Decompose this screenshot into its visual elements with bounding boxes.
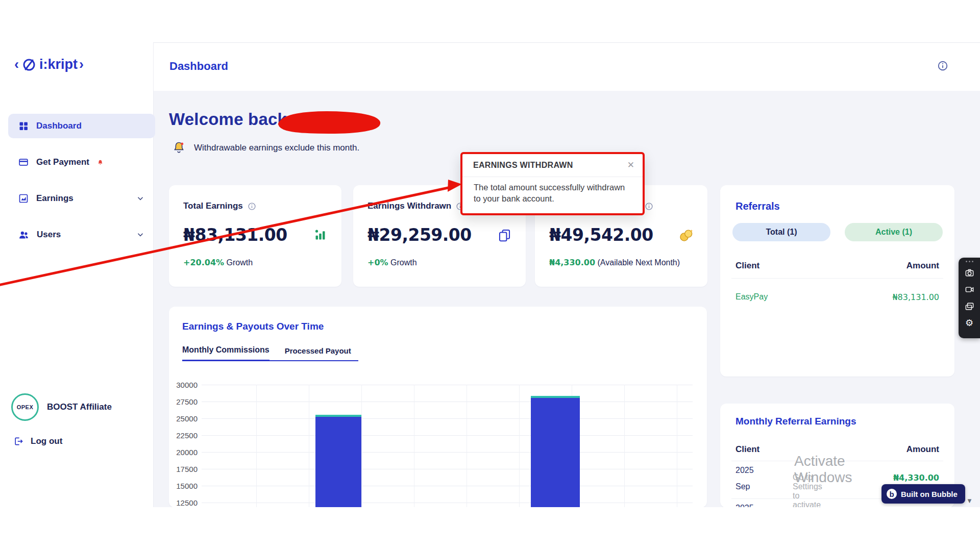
v-gridline <box>256 385 257 508</box>
v-gridline <box>519 385 520 508</box>
info-icon[interactable] <box>645 202 653 211</box>
withdrawable-notice: Withdrawable earnings exclude this month… <box>172 141 359 155</box>
v-gridline <box>309 385 309 508</box>
welcome-title: Welcome back, <box>169 110 291 129</box>
chevron-down-icon[interactable] <box>136 230 145 239</box>
chevron-down-icon[interactable] <box>136 194 145 203</box>
sidebar-item-label: Users <box>37 230 61 240</box>
sidebar-item-earnings[interactable]: Earnings <box>8 186 155 211</box>
monthly-row-amount: ₦4,330.00 <box>893 473 939 483</box>
y-tick-label: 12500 <box>169 498 198 507</box>
opex-logo: OPEX <box>11 393 39 421</box>
main-header: Dashboard <box>154 43 980 91</box>
page-title: Dashboard <box>169 60 228 73</box>
v-gridline <box>361 385 362 508</box>
tooltip-title-row: EARNINGS WITHDRAWN ✕ <box>462 154 643 177</box>
stat-value: ₦29,259.00 <box>368 225 472 245</box>
bubble-label: Built on Bubble <box>901 490 958 498</box>
tab-processed-payout[interactable]: Processed Payout <box>285 346 351 360</box>
dashboard-grid-icon <box>18 121 29 131</box>
pill-total[interactable]: Total (1) <box>732 223 830 241</box>
referrals-title: Referrals <box>736 201 780 212</box>
chart-plot <box>202 385 693 508</box>
y-tick-label: 20000 <box>169 448 198 457</box>
chart-bar[interactable] <box>531 396 580 508</box>
close-icon[interactable]: ✕ <box>627 160 634 170</box>
windows-overlap-icon[interactable] <box>963 299 976 313</box>
built-on-bubble-badge[interactable]: b Built on Bubble <box>881 484 965 504</box>
growth-chart-icon <box>313 228 327 242</box>
credit-card-icon <box>18 157 29 167</box>
header-info-icon[interactable] <box>937 60 948 71</box>
v-gridline <box>624 385 625 508</box>
payment-alert-icon <box>97 159 104 166</box>
h-gridline <box>202 469 693 469</box>
referral-client: EasyPay <box>736 292 768 302</box>
earnings-chart-icon <box>18 193 29 204</box>
y-tick-label: 15000 <box>169 482 198 490</box>
y-tick-label: 30000 <box>169 381 198 389</box>
logo-o-slash-icon <box>21 57 37 72</box>
stat-card-total-earnings: Total Earnings ₦83,131.00 +20.04% Grow <box>169 185 341 287</box>
v-gridline <box>677 385 677 508</box>
stat-label: Total Earnings <box>183 201 243 211</box>
tooltip-body: The total amount successfully withdrawn … <box>462 177 638 205</box>
chart-title: Earnings & Payouts Over Time <box>182 321 324 332</box>
h-gridline <box>202 385 693 385</box>
video-camera-icon[interactable] <box>963 283 976 296</box>
referrals-table-header: Client Amount <box>736 261 939 271</box>
ikript-logo: ‹ i:kript › <box>14 57 84 72</box>
stat-growth: ₦4,330.00 (Available Next Month) <box>549 258 693 267</box>
scrollbar-down-arrow[interactable]: ▼ <box>966 497 973 505</box>
sidebar-item-label: Get Payment <box>36 157 89 167</box>
bell-icon <box>172 141 186 155</box>
sidebar-item-dashboard[interactable]: Dashboard <box>8 114 155 138</box>
chart-y-axis: 3000027500250002250020000175001500012500 <box>169 385 198 507</box>
copy-pages-icon <box>498 228 511 242</box>
tooltip-title: EARNINGS WITHDRAWN <box>473 161 573 170</box>
logout-button[interactable]: Log out <box>13 436 62 446</box>
info-icon[interactable] <box>248 202 256 211</box>
earnings-withdrawn-tooltip: EARNINGS WITHDRAWN ✕ The total amount su… <box>460 152 645 215</box>
stat-value: ₦49,542.00 <box>549 225 653 245</box>
tab-monthly-commissions[interactable]: Monthly Commissions <box>182 345 270 361</box>
pill-active[interactable]: Active (1) <box>845 223 943 241</box>
camera-icon[interactable] <box>963 266 976 279</box>
toolbar-handle[interactable] <box>966 261 973 262</box>
chart-bar[interactable] <box>315 415 361 508</box>
bubble-logo-icon: b <box>887 489 897 499</box>
floating-capture-toolbar: ⚙ <box>959 258 980 338</box>
stat-label: Earnings Withdrawn <box>368 201 451 211</box>
h-gridline <box>202 503 693 503</box>
y-tick-label: 25000 <box>169 414 198 423</box>
sidebar-item-users[interactable]: Users <box>8 222 155 247</box>
earnings-payouts-chart-card: Earnings & Payouts Over Time Monthly Com… <box>169 307 707 508</box>
referrals-card: Referrals Total (1) Active (1) Client Am… <box>720 185 954 377</box>
h-gridline <box>202 452 693 453</box>
col-client: Client <box>736 261 760 271</box>
col-amount: Amount <box>906 444 939 455</box>
logo-text: i:kript <box>39 57 78 72</box>
y-tick-label: 27500 <box>169 397 198 406</box>
monthly-title: Monthly Referral Earnings <box>736 416 856 427</box>
divider <box>731 461 943 461</box>
monthly-row-year: 2025 <box>736 466 754 475</box>
affiliate-label: BOOST Affiliate <box>47 402 112 412</box>
notice-text: Withdrawable earnings exclude this month… <box>194 143 359 153</box>
gear-icon[interactable]: ⚙ <box>963 316 976 330</box>
logout-label: Log out <box>31 436 62 446</box>
browser-top-strip <box>0 0 980 43</box>
sidebar-item-label: Earnings <box>36 193 74 204</box>
h-gridline <box>202 486 693 486</box>
v-gridline <box>467 385 467 508</box>
main-content: Dashboard Welcome back, Withdrawable ear… <box>154 43 980 507</box>
boost-affiliate[interactable]: OPEX BOOST Affiliate <box>11 393 112 421</box>
coins-icon <box>679 228 693 242</box>
h-gridline <box>202 418 693 419</box>
sidebar-item-get-payment[interactable]: Get Payment <box>8 150 155 174</box>
referral-row[interactable]: EasyPay ₦83,131.00 <box>736 292 939 302</box>
chart-tabs: Monthly Commissions Processed Payout <box>182 345 358 361</box>
stat-value: ₦83,131.00 <box>183 225 287 245</box>
y-tick-label: 22500 <box>169 431 198 440</box>
v-gridline <box>414 385 414 508</box>
